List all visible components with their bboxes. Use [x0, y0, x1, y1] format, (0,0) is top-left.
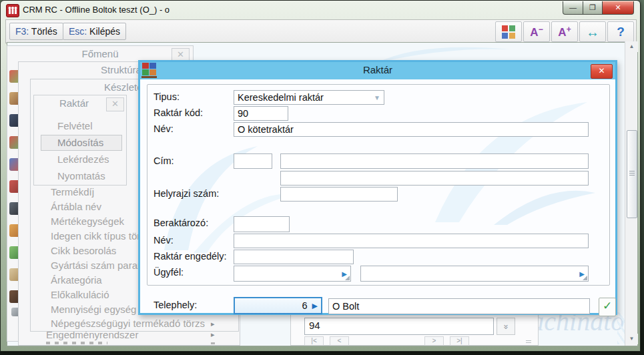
menu-item-arkategoria[interactable]: Árkategória: [51, 274, 102, 286]
vertical-scrollbar[interactable]: ▲ ▼: [625, 41, 637, 346]
menu-item-mennyisegi-egyseg[interactable]: Mennyiségi egység: [51, 304, 136, 315]
cim-line1-input[interactable]: [280, 153, 589, 169]
raktar-menu-window: Raktár ✕ Felvétel Módosítás Lekérdezés N…: [33, 95, 127, 186]
menu-item-lekerdezes[interactable]: Lekérdezés: [57, 153, 109, 165]
scroll-up-icon[interactable]: ▲: [625, 41, 638, 52]
exit-button[interactable]: Esc: Kilépés: [63, 23, 126, 40]
telephely-code-input[interactable]: 6▶: [234, 297, 322, 314]
menu-item-elokalkulacio[interactable]: Előkalkuláció: [51, 289, 109, 300]
resize-grip-icon: [583, 276, 587, 280]
record-count-input[interactable]: 94: [304, 318, 494, 335]
submenu-arrow-icon: ▸: [211, 320, 215, 328]
app-titlebar[interactable]: CRM RC - Offline Boltok teszt (O_) - o —…: [1, 1, 640, 19]
nav-prev-button[interactable]: <: [330, 336, 349, 346]
cim-line2-input[interactable]: [280, 171, 589, 186]
raktar-engedely-input[interactable]: [234, 250, 354, 264]
font-increase-icon[interactable]: A+: [551, 21, 578, 42]
collapse-chevron-icon[interactable]: ⌄⌄: [497, 318, 515, 335]
raktar-engedely-label: Raktár engedély:: [153, 251, 227, 262]
helyrajzi-label: Helyrajzi szám:: [153, 188, 219, 199]
dialog-title: Raktár: [140, 64, 615, 75]
menu-item-mertekegysegek[interactable]: Mértékegységek: [51, 216, 124, 227]
window-title: CRM RC - Offline Boltok teszt (O_) - o: [23, 5, 170, 15]
menu-item-idegen-cikk[interactable]: Idegen cikk típus tör: [51, 230, 140, 242]
desktop: CRM RC - Offline Boltok teszt (O_) - o —…: [0, 0, 644, 355]
font-decrease-icon[interactable]: A−: [523, 21, 550, 42]
close-button[interactable]: ✕: [603, 1, 634, 15]
tipus-label: Tipus:: [153, 91, 180, 102]
nev-label: Név:: [153, 123, 174, 134]
menu-item-nepegeszsegugyi[interactable]: Népegészségügyi termékadó törzs: [51, 318, 205, 329]
menu-item-termekdij[interactable]: Termékdíj: [51, 186, 94, 198]
minimize-button[interactable]: —: [563, 1, 583, 15]
resize-width-icon[interactable]: ↔: [579, 21, 606, 42]
raktar-kod-label: Raktár kód:: [153, 107, 203, 118]
cim-label: Cím:: [153, 155, 174, 166]
menu-item-nyomtatas[interactable]: Nyomtatás: [57, 170, 105, 182]
chevron-down-icon: ▼: [374, 94, 380, 101]
nev-input[interactable]: O kötetraktár: [234, 122, 589, 137]
resize-grip-icon: [345, 276, 350, 280]
menu-item-felvetel[interactable]: Felvétel: [57, 120, 93, 131]
ugyfel-label: Ügyfél:: [153, 267, 184, 278]
app-logo-icon: [6, 4, 19, 17]
dialog-close-icon[interactable]: ✕: [591, 64, 613, 79]
lookup-arrow-icon: ▶: [312, 302, 318, 310]
tipus-dropdown[interactable]: Kereskedelmi raktár▼: [234, 90, 384, 105]
menu-item-cikk-besorolas[interactable]: Cikk besorolás: [51, 245, 116, 256]
nav-next-button[interactable]: >: [424, 336, 444, 346]
dialog-titlebar[interactable]: Raktár ✕: [140, 62, 615, 79]
delete-button[interactable]: F3: Törlés: [9, 23, 63, 40]
record-window: 94 ⌄⌄ |< < > >|: [290, 315, 539, 346]
color-squares-icon[interactable]: [495, 21, 522, 42]
nev2-input[interactable]: [234, 234, 589, 248]
thumb-grip-icon: [629, 171, 635, 176]
scrollbar-thumb[interactable]: [627, 130, 637, 218]
menu-item-partial[interactable]: [46, 342, 107, 344]
beraktarozo-input[interactable]: [234, 216, 290, 232]
cim-zip-input[interactable]: [234, 153, 272, 169]
maximize-button[interactable]: ❐: [583, 1, 603, 15]
raktar-dialog: Raktár ✕ Tipus: Kereskedelmi raktár▼ Rak…: [138, 60, 617, 315]
ugyfel-name-lookup[interactable]: ▶: [360, 266, 589, 282]
nav-first-button[interactable]: |<: [304, 336, 324, 346]
help-icon[interactable]: ?: [607, 21, 634, 42]
nev2-label: Név:: [153, 235, 174, 246]
nav-last-button[interactable]: >|: [450, 336, 469, 346]
raktar-menu-close-icon[interactable]: ✕: [106, 97, 124, 111]
menu-item-gyartasi-szam[interactable]: Gyártási szám paran: [51, 260, 143, 271]
menu-item-modositas[interactable]: Módosítás: [57, 137, 103, 148]
telephely-name-input[interactable]: O Bolt: [328, 298, 590, 314]
ugyfel-code-lookup[interactable]: ▶: [234, 266, 351, 282]
resize-grip-icon[interactable]: [526, 340, 531, 344]
toolbar: F3: Törlés Esc: Kilépés A− A+ ↔ ?: [5, 19, 637, 43]
scroll-down-icon[interactable]: ▼: [625, 334, 638, 344]
helyrajzi-input[interactable]: [280, 187, 398, 202]
confirm-check-button[interactable]: ✓: [599, 298, 616, 316]
beraktarozo-label: Beraktározó:: [153, 218, 208, 228]
telephely-label: Telephely:: [153, 300, 197, 310]
submenu-arrow-partial-icon: [211, 342, 215, 344]
menu-item-artabla-nev[interactable]: Ártábla név: [51, 201, 101, 212]
raktar-kod-input[interactable]: 90: [234, 106, 288, 121]
